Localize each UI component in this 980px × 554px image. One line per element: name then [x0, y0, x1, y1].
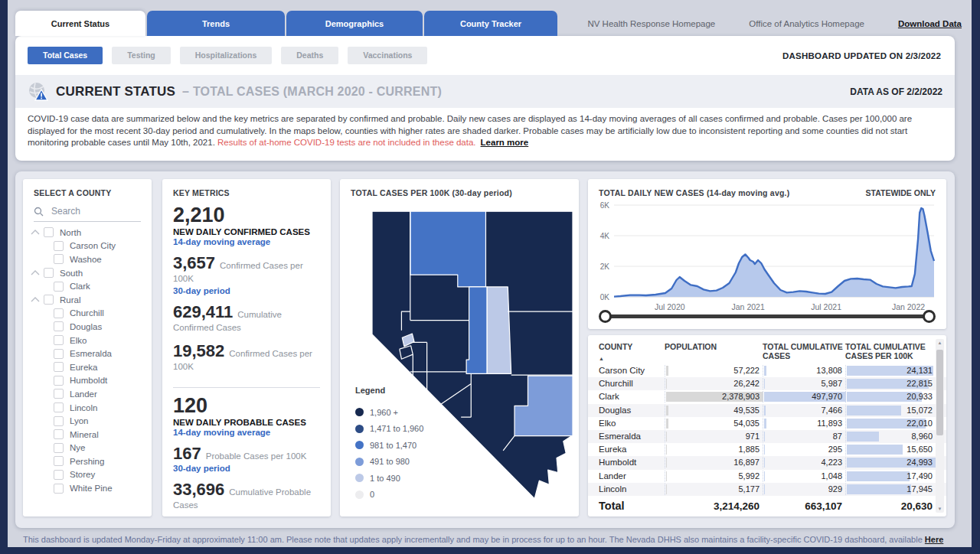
checkbox-lander[interactable]	[54, 389, 64, 399]
slider-handle-right[interactable]	[923, 310, 936, 323]
table-row-douglas[interactable]: Douglas49,5357,46615,072	[588, 404, 946, 417]
slider-handle-left[interactable]	[599, 310, 612, 323]
tree-group-south[interactable]: South	[23, 266, 152, 280]
checkbox-eureka[interactable]	[54, 362, 64, 372]
tree-item-douglas[interactable]: Douglas	[23, 320, 152, 334]
tree-item-washoe[interactable]: Washoe	[23, 253, 152, 266]
tree-item-humboldt[interactable]: Humboldt	[23, 374, 152, 388]
scrollbar-thumb[interactable]	[936, 350, 943, 435]
column-header-total-cumulative-cases[interactable]: TOTAL CUMULATIVE CASES	[763, 342, 845, 360]
nav-link-office-of-analytics-homepage[interactable]: Office of Analytics Homepage	[749, 19, 864, 28]
tab-current-status[interactable]: Current Status	[15, 11, 145, 36]
scrollbar-up-icon[interactable]: ▲	[936, 341, 944, 345]
metric-value: 19,582	[173, 341, 224, 360]
chevron-collapse-icon[interactable]	[31, 297, 40, 302]
tree-item-lincoln[interactable]: Lincoln	[23, 401, 152, 415]
subtab-total-cases[interactable]: Total Cases	[28, 47, 103, 64]
table-row-elko[interactable]: Elko54,03511,89322,010	[588, 417, 946, 430]
table-row-lander[interactable]: Lander5,9921,04817,490	[588, 470, 946, 483]
cell-value: 22,815	[845, 378, 936, 389]
cell-value-text: 57,222	[733, 365, 760, 376]
table-body: Carson City57,22213,80824,131Churchill26…	[588, 364, 946, 496]
tree-item-elko[interactable]: Elko	[23, 334, 152, 347]
legend-dot-icon	[355, 408, 364, 416]
scrollbar-down-icon[interactable]: ▼	[936, 507, 944, 511]
cell-county-name: Lander	[599, 471, 665, 482]
table-row-carson-city[interactable]: Carson City57,22213,80824,131	[588, 364, 946, 377]
y-axis-tick: 4K	[600, 232, 610, 240]
tree-item-lander[interactable]: Lander	[23, 387, 152, 401]
cell-value: 15,072	[845, 405, 936, 416]
tree-item-lyon[interactable]: Lyon	[23, 414, 152, 428]
map-county-eureka[interactable]	[487, 287, 511, 374]
legend-dot-icon	[355, 458, 364, 466]
table-row-churchill[interactable]: Churchill26,2425,98722,815	[588, 377, 946, 390]
legend-item: 491 to 980	[355, 454, 423, 471]
tree-group-north[interactable]: North	[23, 226, 152, 240]
table-scrollbar[interactable]: ▲ ▼	[936, 339, 944, 513]
checkbox-churchill[interactable]	[54, 308, 64, 318]
column-header-county[interactable]: COUNTY▲	[599, 342, 665, 363]
table-row-clark[interactable]: Clark2,378,903497,97020,933	[588, 390, 946, 403]
checkbox-pershing[interactable]	[54, 456, 64, 466]
tree-item-white-pine[interactable]: White Pine	[23, 481, 152, 495]
tree-item-eureka[interactable]: Eureka	[23, 360, 152, 374]
checkbox-storey[interactable]	[54, 470, 64, 480]
cell-value: 54,035	[665, 418, 763, 429]
cell-data-bar	[764, 419, 766, 429]
nav-link-nv-health-response-homepage[interactable]: NV Health Response Homepage	[587, 19, 715, 28]
tree-item-esmeralda[interactable]: Esmeralda	[23, 347, 152, 360]
table-row-lincoln[interactable]: Lincoln5,17792917,945	[588, 483, 946, 496]
checkbox-carson-city[interactable]	[54, 241, 64, 251]
tree-item-pershing[interactable]: Pershing	[23, 455, 152, 468]
subtab-hospitalizations[interactable]: Hospitalizations	[180, 47, 273, 64]
tree-item-mineral[interactable]: Mineral	[23, 428, 152, 442]
learn-more-link[interactable]: Learn more	[481, 138, 529, 147]
checkbox-clark[interactable]	[54, 282, 64, 292]
tree-group-label: South	[60, 269, 83, 278]
tab-demographics[interactable]: Demographics	[286, 11, 423, 36]
tree-item-nye[interactable]: Nye	[23, 442, 152, 455]
metric-label: NEW DAILY PROBABLE CASES	[173, 418, 320, 427]
table-row-humboldt[interactable]: Humboldt16,8974,22324,993	[588, 456, 946, 469]
chevron-collapse-icon[interactable]	[31, 230, 40, 235]
checkbox-lincoln[interactable]	[54, 402, 64, 412]
subtab-deaths[interactable]: Deaths	[281, 47, 338, 64]
tree-item-churchill[interactable]: Churchill	[23, 307, 152, 321]
checkbox-lyon[interactable]	[54, 416, 64, 426]
checkbox-douglas[interactable]	[54, 321, 64, 331]
table-row-esmeralda[interactable]: Esmeralda971878,960	[588, 430, 946, 443]
download-data-link[interactable]: Download Data	[898, 19, 962, 28]
checkbox-nye[interactable]	[54, 443, 64, 453]
subtab-testing[interactable]: Testing	[112, 47, 171, 64]
table-row-eureka[interactable]: Eureka1,88529515,650	[588, 443, 946, 456]
checkbox-south[interactable]	[44, 268, 54, 278]
checkbox-esmeralda[interactable]	[54, 349, 64, 359]
checkbox-washoe[interactable]	[54, 254, 64, 264]
metric-inline: 629,411Cumulative Confirmed Cases	[173, 305, 320, 334]
tab-county-tracker[interactable]: County Tracker	[424, 11, 557, 36]
column-header-total-cumulative-cases-per-100k[interactable]: TOTAL CUMULATIVE CASES PER 100K	[845, 342, 936, 360]
checkbox-rural[interactable]	[44, 295, 54, 305]
column-header-population[interactable]: POPULATION	[665, 342, 763, 351]
legend-items: 1,960 +1,471 to 1,960981 to 1,470491 to …	[355, 404, 423, 503]
tree-group-rural[interactable]: Rural	[23, 293, 152, 307]
tree-item-clark[interactable]: Clark	[23, 279, 152, 293]
checkbox-mineral[interactable]	[54, 429, 64, 439]
footer-here-link[interactable]: Here	[925, 535, 943, 544]
map-county-lander[interactable]	[466, 287, 487, 374]
key-metrics-panel: KEY METRICS 2,210NEW DAILY CONFIRMED CAS…	[162, 179, 331, 517]
area-chart[interactable]: 0K2K4K6KJul 2020Jan 2021Jul 2021Jan 2022	[591, 199, 940, 314]
tree-item-carson-city[interactable]: Carson City	[23, 240, 152, 253]
checkbox-humboldt[interactable]	[54, 376, 64, 386]
chevron-collapse-icon[interactable]	[31, 270, 40, 275]
tree-item-storey[interactable]: Storey	[23, 468, 152, 482]
checkbox-white-pine[interactable]	[54, 484, 64, 494]
cell-value: 20,933	[845, 391, 936, 402]
county-search-input[interactable]	[50, 205, 137, 217]
tab-trends[interactable]: Trends	[147, 11, 285, 36]
subtab-vaccinations[interactable]: Vaccinations	[348, 47, 427, 64]
slider-track[interactable]	[603, 314, 931, 318]
checkbox-elko[interactable]	[54, 335, 64, 345]
checkbox-north[interactable]	[44, 227, 54, 237]
